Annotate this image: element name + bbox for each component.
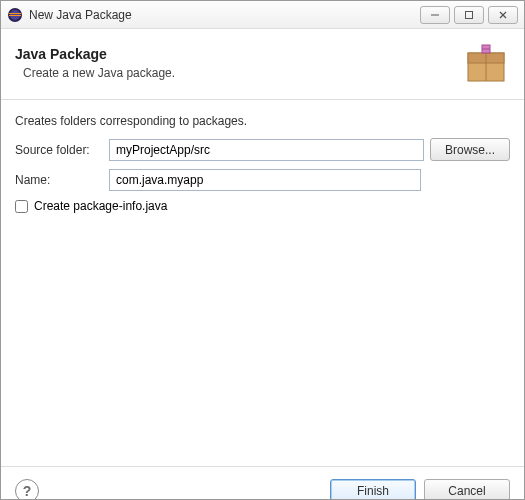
finish-button[interactable]: Finish — [330, 479, 416, 500]
window-controls — [420, 6, 518, 24]
maximize-button[interactable] — [454, 6, 484, 24]
close-button[interactable] — [488, 6, 518, 24]
svg-rect-3 — [9, 15, 21, 16]
source-folder-input[interactable] — [109, 139, 424, 161]
window-title: New Java Package — [29, 8, 132, 22]
minimize-button[interactable] — [420, 6, 450, 24]
create-package-info-row: Create package-info.java — [15, 199, 510, 213]
header-title: Java Package — [15, 46, 175, 62]
header-subtitle: Create a new Java package. — [15, 66, 175, 80]
package-icon — [462, 39, 510, 87]
source-folder-row: Source folder: Browse... — [15, 138, 510, 161]
name-input[interactable] — [109, 169, 421, 191]
header-text: Java Package Create a new Java package. — [15, 46, 175, 80]
svg-rect-2 — [9, 13, 21, 14]
help-icon: ? — [23, 483, 32, 499]
eclipse-icon — [7, 7, 23, 23]
name-label: Name: — [15, 173, 103, 187]
name-row: Name: — [15, 169, 510, 191]
dialog-header: Java Package Create a new Java package. — [1, 29, 524, 100]
create-package-info-checkbox[interactable] — [15, 200, 28, 213]
dialog-content: Creates folders corresponding to package… — [1, 100, 524, 466]
source-folder-label: Source folder: — [15, 143, 103, 157]
create-package-info-label: Create package-info.java — [34, 199, 167, 213]
svg-rect-5 — [466, 11, 473, 18]
help-button[interactable]: ? — [15, 479, 39, 501]
browse-button[interactable]: Browse... — [430, 138, 510, 161]
cancel-button[interactable]: Cancel — [424, 479, 510, 500]
window-titlebar: New Java Package — [1, 1, 524, 29]
dialog-button-bar: ? Finish Cancel — [1, 466, 524, 500]
content-description: Creates folders corresponding to package… — [15, 114, 510, 128]
